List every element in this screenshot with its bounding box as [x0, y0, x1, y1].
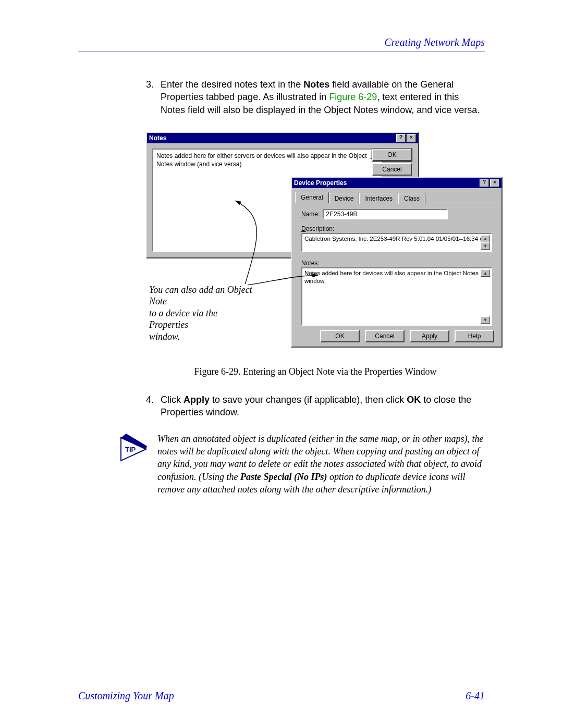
tab-strip: General Device Interfaces Class: [295, 191, 498, 203]
cancel-button[interactable]: Cancel: [372, 163, 412, 176]
titlebar[interactable]: Notes ? ×: [147, 133, 418, 143]
step-3: 3. Enter the desired notes text in the N…: [146, 78, 485, 116]
running-head: Creating Network Maps: [78, 36, 485, 48]
tab-class[interactable]: Class: [398, 193, 425, 204]
close-icon[interactable]: ×: [407, 134, 416, 142]
step-4: 4. Click Apply to save your changes (if …: [146, 393, 485, 419]
help-button[interactable]: Help: [455, 330, 494, 342]
notes-text: Notes added here for either servers or d…: [156, 152, 367, 168]
titlebar[interactable]: Device Properties ? ×: [292, 178, 501, 188]
header-rule: [78, 52, 485, 52]
notes-label: Notes:: [301, 259, 320, 267]
cancel-button[interactable]: Cancel: [365, 330, 405, 342]
description-label: Description:: [301, 225, 334, 233]
tip-block: TIP When an annotated object is duplicat…: [120, 433, 485, 496]
text: Enter the desired notes text in the: [161, 79, 303, 90]
bold-ok: OK: [407, 394, 421, 405]
step-number: 3.: [146, 78, 161, 116]
footer-right: 6-41: [466, 690, 485, 702]
button-row: OK Cancel Apply Help: [292, 330, 501, 342]
scroll-down-icon[interactable]: ▼: [481, 242, 490, 250]
window-body: General Device Interfaces Class Name: De…: [292, 188, 501, 347]
name-input[interactable]: [323, 209, 448, 219]
bold-notes: Notes: [303, 79, 329, 90]
notes-text: Notes added here for devices will also a…: [304, 270, 479, 285]
text: Click: [161, 394, 183, 405]
scroll-down-icon[interactable]: ▼: [481, 316, 490, 324]
tab-interfaces[interactable]: Interfaces: [359, 193, 398, 204]
tab-device[interactable]: Device: [329, 193, 360, 204]
footer-left: Customizing Your Map: [78, 690, 174, 702]
document-page: Creating Network Maps 3. Enter the desir…: [0, 0, 563, 728]
tip-text: When an annotated object is duplicated (…: [157, 433, 485, 496]
scroll-up-icon[interactable]: ▲: [481, 235, 490, 242]
name-row: Name:: [301, 209, 448, 219]
help-icon[interactable]: ?: [480, 179, 489, 187]
figure-6-29: Notes ? × Notes added here for either se…: [146, 132, 485, 356]
step-number: 4.: [146, 393, 161, 419]
tip-icon: TIP: [120, 433, 148, 496]
tab-general[interactable]: General: [295, 192, 329, 203]
step-body: Click Apply to save your changes (if app…: [161, 393, 485, 419]
ok-button[interactable]: OK: [320, 330, 360, 342]
help-icon[interactable]: ?: [396, 134, 406, 142]
close-icon[interactable]: ×: [490, 179, 499, 187]
bold-apply: Apply: [183, 394, 210, 405]
callout-text: You can also add an Object Note to a dev…: [149, 284, 253, 343]
device-properties-window: Device Properties ? × General Device Int…: [291, 177, 503, 348]
figure-caption: Figure 6-29. Entering an Object Note via…: [146, 365, 485, 378]
apply-button[interactable]: Apply: [410, 330, 449, 342]
name-label: Name:: [301, 210, 320, 218]
figure-reference[interactable]: Figure 6-29: [329, 92, 377, 102]
body-text: 3. Enter the desired notes text in the N…: [146, 78, 485, 419]
page-footer: Customizing Your Map 6-41: [78, 690, 485, 702]
ok-button[interactable]: OK: [372, 149, 412, 161]
step-body: Enter the desired notes text in the Note…: [161, 78, 485, 116]
scroll-up-icon[interactable]: ▲: [481, 269, 490, 277]
window-title: Notes: [149, 134, 166, 142]
description-text: Cabletron Systems, Inc. 2E253-49R Rev 5.…: [304, 236, 488, 242]
svg-text:TIP: TIP: [125, 446, 136, 453]
description-textarea[interactable]: Cabletron Systems, Inc. 2E253-49R Rev 5.…: [301, 233, 492, 252]
notes-textarea[interactable]: Notes added here for devices will also a…: [301, 267, 492, 326]
window-title: Device Properties: [294, 179, 347, 187]
bold-paste-special: Paste Special (No IPs): [240, 472, 327, 482]
text: to save your changes (if applicable), th…: [210, 394, 407, 405]
